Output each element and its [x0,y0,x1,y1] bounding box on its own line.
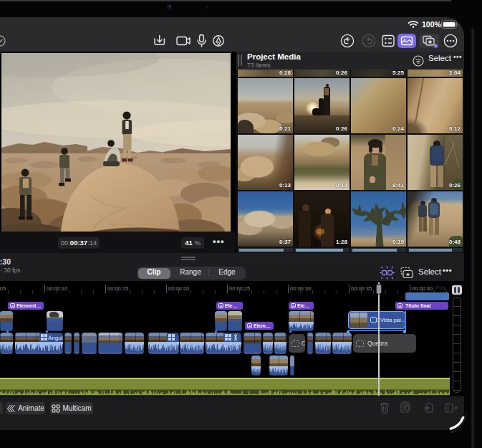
svg-text:00:00:05: 00:00:05 [0,285,6,292]
svg-text:100%: 100% [422,20,442,29]
svg-text:Play: Play [435,285,446,291]
